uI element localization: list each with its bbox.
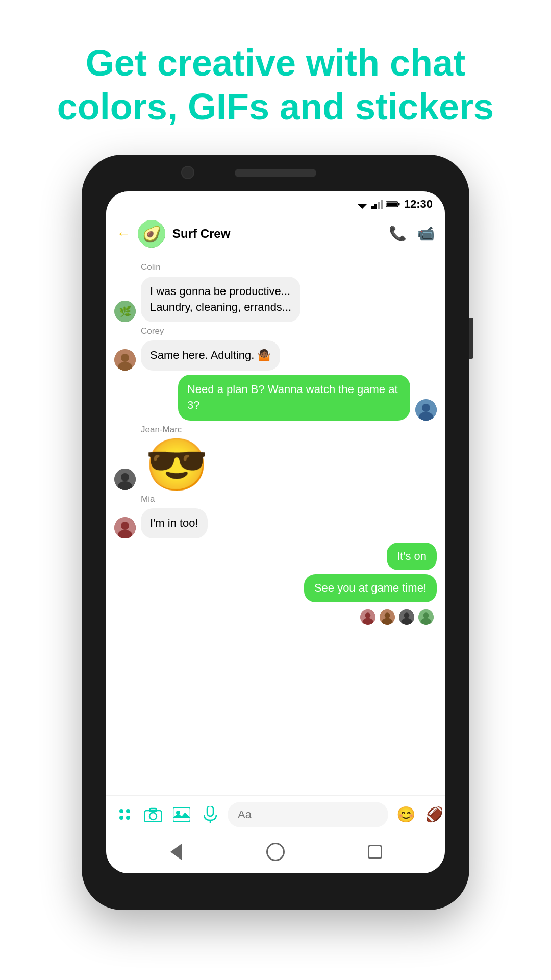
sticker-jean: 😎 bbox=[145, 439, 209, 490]
mic-icon bbox=[204, 806, 217, 823]
svg-point-39 bbox=[149, 813, 157, 820]
sender-name-mia: Mia bbox=[141, 494, 437, 504]
svg-point-24 bbox=[121, 522, 129, 530]
sender-name-jean: Jean-Marc bbox=[141, 425, 437, 435]
message-group-colin: Colin 🌿 I was gonna be productive...Laun… bbox=[114, 262, 437, 323]
avatar-colin: 🌿 bbox=[114, 301, 136, 322]
chat-header: ← 🥑 Surf Crew 📞 📹 bbox=[106, 214, 445, 254]
message-group-mia: Mia I'm in too! bbox=[114, 494, 437, 538]
bubble-itson: It's on bbox=[387, 543, 437, 571]
status-bar: 12:30 bbox=[106, 191, 445, 214]
header-actions: 📞 📹 bbox=[389, 225, 435, 242]
call-button[interactable]: 📞 bbox=[389, 225, 407, 242]
message-row-corey: Same here. Adulting. 🤷🏾 bbox=[114, 340, 437, 371]
svg-rect-4 bbox=[374, 204, 377, 209]
home-nav-icon bbox=[266, 843, 285, 861]
message-row-outgoing1: Need a plan B? Wanna watch the game at 3… bbox=[114, 375, 437, 421]
wifi-icon bbox=[356, 200, 368, 209]
sender-name-corey: Corey bbox=[141, 326, 437, 336]
status-time: 12:30 bbox=[404, 198, 433, 211]
read-avatar-3 bbox=[398, 608, 415, 626]
message-group-gametime: See you at game time! bbox=[114, 574, 437, 602]
bubble-colin: I was gonna be productive...Laundry, cle… bbox=[141, 277, 300, 323]
message-row-jean: 😎 bbox=[114, 439, 437, 490]
svg-point-37 bbox=[420, 618, 431, 626]
phone-body: 12:30 ← 🥑 Surf Crew 📞 📹 bbox=[82, 155, 469, 910]
svg-point-27 bbox=[365, 612, 371, 618]
more-options-button[interactable] bbox=[113, 803, 136, 826]
bubble-outgoing1: Need a plan B? Wanna watch the game at 3… bbox=[178, 375, 410, 421]
svg-point-21 bbox=[121, 473, 129, 481]
group-avatar: 🥑 bbox=[138, 220, 165, 248]
svg-rect-41 bbox=[173, 807, 190, 822]
messages-area: Colin 🌿 I was gonna be productive...Laun… bbox=[106, 254, 445, 795]
back-nav-icon bbox=[170, 844, 182, 860]
input-bar: 😊 🏈 bbox=[106, 795, 445, 834]
message-row-mia: I'm in too! bbox=[114, 508, 437, 538]
emoji-button[interactable]: 😊 bbox=[394, 803, 417, 826]
svg-text:🥑: 🥑 bbox=[142, 225, 162, 243]
nav-home-button[interactable] bbox=[264, 841, 287, 863]
svg-point-18 bbox=[422, 404, 430, 412]
bubble-gametime: See you at game time! bbox=[304, 574, 437, 602]
svg-text:🌿: 🌿 bbox=[119, 305, 132, 317]
read-avatar-1 bbox=[359, 608, 377, 626]
svg-rect-9 bbox=[386, 202, 397, 206]
gallery-button[interactable] bbox=[170, 803, 193, 826]
message-group-corey: Corey Same here. Adulting. 🤷🏾 bbox=[114, 326, 437, 371]
signal-icon bbox=[371, 200, 383, 209]
nav-back-button[interactable] bbox=[165, 841, 187, 863]
group-name: Surf Crew bbox=[172, 227, 382, 241]
dots-grid-icon bbox=[119, 809, 130, 820]
avatar-corey bbox=[114, 349, 136, 371]
read-receipts bbox=[114, 608, 435, 626]
svg-point-15 bbox=[121, 354, 129, 362]
camera-icon bbox=[144, 807, 162, 822]
svg-point-30 bbox=[385, 612, 390, 618]
nav-bar bbox=[106, 834, 445, 873]
video-call-button[interactable]: 📹 bbox=[417, 225, 435, 242]
phone-screen: 12:30 ← 🥑 Surf Crew 📞 📹 bbox=[106, 191, 445, 873]
svg-marker-2 bbox=[360, 207, 364, 209]
message-group-jean: Jean-Marc 😎 bbox=[114, 425, 437, 490]
svg-rect-8 bbox=[398, 203, 399, 205]
back-button[interactable]: ← bbox=[116, 226, 131, 242]
recents-nav-icon bbox=[368, 845, 382, 859]
status-icons bbox=[356, 200, 400, 209]
message-group-itson: It's on bbox=[114, 543, 437, 571]
sports-icon: 🏈 bbox=[425, 806, 443, 823]
message-group-outgoing1: Need a plan B? Wanna watch the game at 3… bbox=[114, 375, 437, 421]
battery-icon bbox=[386, 201, 400, 208]
phone-side-button bbox=[469, 318, 473, 359]
svg-rect-43 bbox=[207, 806, 213, 816]
headline: Get creative with chat colors, GIFs and … bbox=[27, 0, 524, 155]
svg-point-33 bbox=[404, 612, 410, 618]
svg-rect-5 bbox=[378, 202, 380, 209]
read-avatar-2 bbox=[379, 608, 396, 626]
svg-rect-3 bbox=[371, 206, 374, 209]
camera-button[interactable] bbox=[142, 803, 164, 826]
emoji-icon: 😊 bbox=[396, 805, 415, 823]
bubble-corey: Same here. Adulting. 🤷🏾 bbox=[141, 340, 280, 371]
svg-point-31 bbox=[382, 618, 392, 626]
nav-recents-button[interactable] bbox=[364, 841, 386, 863]
message-row-itson: It's on bbox=[114, 543, 437, 571]
phone-frame-wrapper: 12:30 ← 🥑 Surf Crew 📞 📹 bbox=[82, 155, 469, 910]
message-row-gametime: See you at game time! bbox=[114, 574, 437, 602]
phone-camera bbox=[181, 166, 194, 179]
sender-name-colin: Colin bbox=[141, 262, 437, 273]
bubble-mia: I'm in too! bbox=[141, 508, 208, 538]
gallery-icon bbox=[173, 807, 190, 822]
mic-button[interactable] bbox=[199, 803, 221, 826]
sports-button[interactable]: 🏈 bbox=[423, 803, 445, 826]
avatar-me bbox=[415, 399, 437, 421]
phone-speaker bbox=[235, 169, 316, 177]
message-input[interactable] bbox=[228, 802, 388, 827]
read-avatar-4 bbox=[417, 608, 435, 626]
svg-point-28 bbox=[362, 618, 373, 626]
avatar-jean bbox=[114, 469, 136, 490]
svg-point-34 bbox=[401, 618, 412, 626]
avatar-mia bbox=[114, 517, 136, 538]
svg-rect-6 bbox=[381, 200, 383, 209]
message-row-colin: 🌿 I was gonna be productive...Laundry, c… bbox=[114, 277, 437, 323]
